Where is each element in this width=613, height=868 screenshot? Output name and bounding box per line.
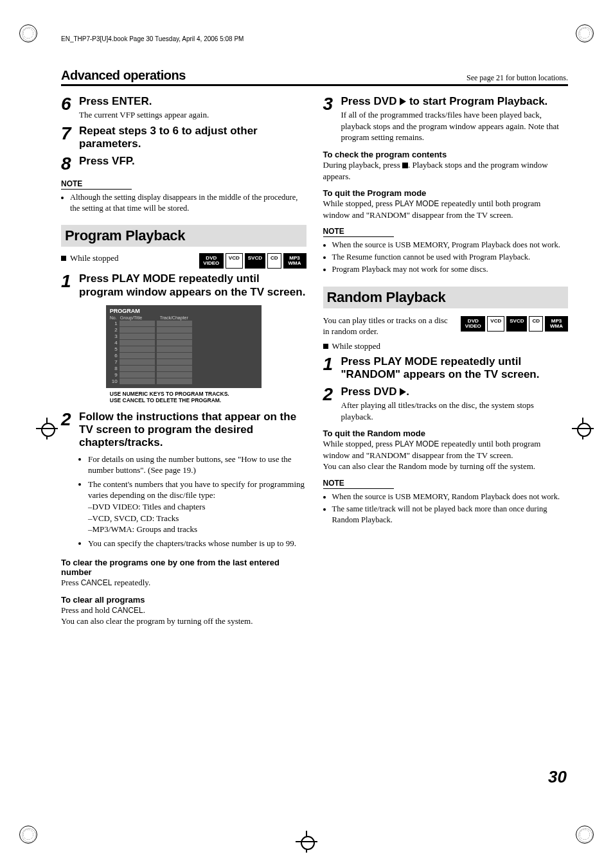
program-step-3: 3 Press DVD to start Program Playback. I…	[323, 95, 569, 143]
subline: –VCD, SVCD, CD: Tracks	[88, 513, 306, 524]
random-step-1: 1 Press PLAY MODE repeatedly until "RAND…	[323, 355, 569, 382]
badge-svcd: SVCD	[245, 253, 265, 269]
step-title: Press PLAY MODE repeatedly until "RANDOM…	[341, 355, 569, 382]
check-contents-text: During playback, press . Playback stops …	[323, 159, 569, 182]
note-list: When the source is USB MEMORY, Random Pl…	[323, 492, 569, 526]
badge-dvd-video: DVD VIDEO	[199, 253, 224, 269]
badge-vcd: VCD	[226, 253, 243, 269]
note-list: When the source is USB MEMORY, Program P…	[323, 240, 569, 275]
badge-cd: CD	[267, 253, 281, 269]
clear-one-heading: To clear the programs one by one from th…	[61, 558, 306, 577]
step-title: Repeat steps 3 to 6 to adjust other para…	[79, 125, 306, 151]
program-step-2: 2 Follow the instructions that appear on…	[61, 411, 306, 552]
step-number: 8	[61, 155, 74, 173]
random-intro: You can play titles or tracks on a disc …	[323, 315, 452, 337]
subline: –DVD VIDEO: Titles and chapters	[88, 501, 306, 513]
print-crosshair-right	[572, 418, 594, 439]
playmode-keyword: PLAY MODE	[395, 199, 439, 208]
step-title: Press PLAY MODE repeatedly until program…	[79, 272, 306, 299]
bullet: You can specify the chapters/tracks whos…	[88, 538, 306, 549]
cancel-keyword: CANCEL	[112, 606, 143, 615]
program-playback-heading: Program Playback	[61, 225, 306, 247]
quit-program-heading: To quit the Program mode	[323, 188, 569, 198]
doc-meta-line: EN_THP7-P3[U]4.book Page 30 Tuesday, Apr…	[61, 35, 568, 42]
section-title: Advanced operations	[61, 68, 186, 83]
cancel-keyword: CANCEL	[81, 578, 112, 587]
quit-program-text: While stopped, press PLAY MODE repeatedl…	[323, 198, 569, 220]
step-6: 6 Press ENTER. The current VFP settings …	[61, 95, 306, 121]
step-number: 7	[61, 125, 74, 143]
note-heading: NOTE	[323, 479, 394, 489]
print-mark-bl	[19, 826, 37, 844]
while-stopped-label: While stopped	[70, 253, 118, 263]
step-title: Press DVD .	[341, 385, 569, 398]
step-8: 8 Press VFP.	[61, 155, 306, 173]
play-icon	[400, 98, 406, 105]
badge-mp3-wma: MP3 WMA	[545, 316, 568, 332]
left-column: 6 Press ENTER. The current VFP settings …	[61, 91, 306, 627]
note-item: Although the setting display disappears …	[70, 192, 306, 214]
subline: –MP3/WMA: Groups and tracks	[88, 524, 306, 535]
note-list: Although the setting display disappears …	[61, 192, 306, 214]
note-heading: NOTE	[61, 179, 132, 190]
badge-vcd: VCD	[487, 316, 504, 332]
screenshot-caption: USE NUMERIC KEYS TO PROGRAM TRACKS. USE …	[110, 391, 258, 403]
while-stopped-label: While stopped	[332, 341, 380, 351]
badge-dvd-video: DVD VIDEO	[461, 316, 485, 332]
page-number: 30	[548, 767, 567, 787]
clear-all-heading: To clear all programs	[61, 595, 306, 605]
square-bullet-icon	[323, 341, 332, 351]
step-number: 1	[61, 272, 74, 290]
program-window-screenshot: PROGRAM No. Group/Title Track/Chapter 1 …	[106, 305, 262, 388]
step-number: 2	[61, 411, 74, 429]
right-column: 3 Press DVD to start Program Playback. I…	[323, 91, 569, 627]
bullet: The content's numbers that you have to s…	[88, 479, 306, 535]
print-crosshair-bottom	[296, 831, 317, 853]
format-badges: DVD VIDEO VCD SVCD CD MP3 WMA	[199, 253, 306, 269]
quit-random-text: While stopped, press PLAY MODE repeatedl…	[323, 438, 569, 472]
badge-cd: CD	[529, 316, 543, 332]
quit-random-heading: To quit the Random mode	[323, 429, 569, 438]
context-row: While stopped DVD VIDEO VCD SVCD CD MP3 …	[61, 253, 306, 263]
check-contents-heading: To check the program contents	[323, 150, 569, 159]
context-row: While stopped	[323, 341, 569, 351]
note-item: Program Playback may not work for some d…	[332, 264, 569, 275]
clear-one-text: Press CANCEL repeatedly.	[61, 577, 306, 589]
square-bullet-icon	[61, 253, 70, 263]
step-7: 7 Repeat steps 3 to 6 to adjust other pa…	[61, 125, 306, 151]
print-mark-br	[576, 826, 594, 844]
note-item: The same title/track will not be played …	[332, 504, 569, 526]
print-crosshair-left	[36, 418, 58, 439]
badge-mp3-wma: MP3 WMA	[283, 253, 306, 269]
program-step-1: 1 Press PLAY MODE repeatedly until progr…	[61, 272, 306, 299]
step-number: 6	[61, 95, 74, 113]
step-title: Press ENTER.	[79, 95, 306, 108]
step-title: Follow the instructions that appear on t…	[79, 411, 306, 450]
step-number: 1	[323, 355, 336, 373]
col-track: Track/Chapter	[160, 315, 188, 320]
random-step-2: 2 Press DVD . After playing all titles/t…	[323, 385, 569, 422]
random-playback-heading: Random Playback	[323, 287, 569, 308]
print-mark-tr	[576, 24, 594, 42]
step-subtext: If all of the programmed tracks/files ha…	[341, 109, 569, 143]
stop-icon	[402, 163, 408, 168]
print-mark-tl	[19, 24, 37, 42]
step-subtext: After playing all titles/tracks on the d…	[341, 400, 569, 422]
note-item: The Resume function cannot be used with …	[332, 252, 569, 263]
step-number: 2	[323, 385, 336, 403]
step-title: Press DVD to start Program Playback.	[341, 95, 569, 108]
format-badges: DVD VIDEO VCD SVCD CD MP3 WMA	[461, 316, 568, 332]
screenshot-title: PROGRAM	[110, 308, 258, 314]
clear-all-text: Press and hold CANCEL. You can also clea…	[61, 605, 306, 627]
step-title: Press VFP.	[79, 155, 306, 168]
note-item: When the source is USB MEMORY, Program P…	[332, 240, 569, 251]
badge-svcd: SVCD	[506, 316, 527, 332]
note-item: When the source is USB MEMORY, Random Pl…	[332, 492, 569, 502]
page-header: Advanced operations See page 21 for butt…	[61, 68, 568, 86]
col-no: No.	[110, 315, 119, 320]
col-group: Group/Title	[120, 315, 159, 320]
step-subtext: The current VFP settings appear again.	[79, 109, 306, 121]
step-bullets: For details on using the number buttons,…	[79, 454, 306, 549]
playmode-keyword: PLAY MODE	[395, 439, 439, 448]
header-note: See page 21 for button locations.	[466, 73, 568, 83]
